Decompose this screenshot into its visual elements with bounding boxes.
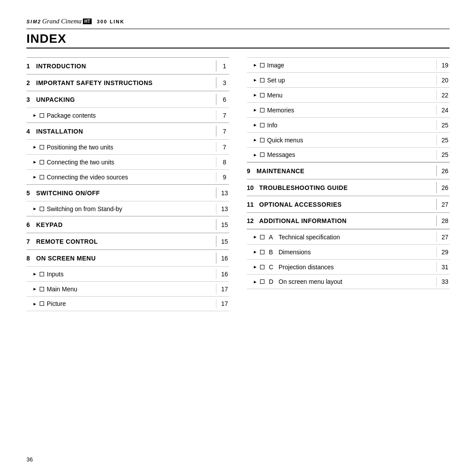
toc-sub-package-contents: ► Package contents 7 xyxy=(26,108,229,123)
toc-page-4: 7 xyxy=(216,126,229,137)
toc-page-6: 15 xyxy=(216,219,229,230)
toc-page-11: 27 xyxy=(436,199,450,210)
arrow-icon: ► xyxy=(253,63,260,67)
toc-item-8: 8 ON SCREEN MENU 16 xyxy=(26,249,229,266)
sub-box xyxy=(40,160,44,164)
toc-item-10: 10 TROUBLESHOOTING GUIDE 26 xyxy=(247,179,450,196)
toc-appendix-label-c: Projection distances xyxy=(279,264,436,271)
sub-box xyxy=(260,78,264,82)
toc-label-1: INTRODUCTION xyxy=(36,63,216,70)
toc-sub-main-menu: ► Main Menu 17 xyxy=(26,281,229,296)
toc-label-12: ADDITIONAL INFORMATION xyxy=(259,217,436,224)
toc-num-2: 2 xyxy=(26,79,36,86)
sub-box xyxy=(40,272,44,276)
toc-sub-label-main-menu: Main Menu xyxy=(47,286,216,293)
toc-sub-page-inputs: 16 xyxy=(216,269,229,279)
toc-sub-info: ► Info 25 xyxy=(247,117,450,132)
toc-sub-label-memories: Memories xyxy=(267,107,436,114)
toc-sub-page-setup: 20 xyxy=(436,75,450,85)
arrow-icon: ► xyxy=(253,93,260,97)
toc-page-2: 3 xyxy=(216,77,229,88)
appendix-letter-a: A xyxy=(269,234,279,241)
toc-page-10: 26 xyxy=(436,182,450,193)
arrow-icon: ► xyxy=(33,175,40,179)
toc-sub-label-standby: Switching on from Stand-by xyxy=(47,205,216,212)
toc-num-1: 1 xyxy=(26,63,36,70)
toc-sub-image: ► Image 19 xyxy=(247,57,450,72)
toc-sub-standby: ► Switching on from Stand-by 13 xyxy=(26,201,229,216)
sub-box xyxy=(260,279,264,284)
arrow-icon: ► xyxy=(33,286,40,291)
toc-sub-label-messages: Messages xyxy=(267,151,436,158)
toc-sub-label-positioning: Positioning the two units xyxy=(47,144,216,151)
toc-sub-label-quick-menus: Quick menus xyxy=(267,137,436,144)
sub-box xyxy=(260,63,264,67)
arrow-icon: ► xyxy=(253,138,260,142)
arrow-icon: ► xyxy=(33,301,40,306)
toc-item-11: 11 OPTIONAL ACCESSORIES 27 xyxy=(247,196,450,212)
toc-label-10: TROUBLESHOOTING GUIDE xyxy=(259,184,436,191)
toc-page-9: 26 xyxy=(436,165,450,176)
toc-item-4: 4 INSTALLATION 7 xyxy=(26,123,229,139)
toc-sub-label-package: Package contents xyxy=(47,112,216,119)
arrow-icon: ► xyxy=(253,279,260,284)
sub-box xyxy=(40,287,44,291)
toc-label-9: MAINTENANCE xyxy=(257,167,436,175)
sub-box xyxy=(40,113,44,118)
toc-appendix-c: ► C Projection distances 31 xyxy=(247,259,450,274)
toc-item-3: 3 UNPACKING 6 xyxy=(26,91,229,108)
toc-sub-setup: ► Set up 20 xyxy=(247,72,450,87)
toc-label-5: SWITCHING ON/OFF xyxy=(36,190,216,197)
arrow-icon: ► xyxy=(253,249,260,254)
toc-sub-label-inputs: Inputs xyxy=(47,271,216,278)
toc-sub-page-positioning: 7 xyxy=(216,142,229,152)
toc-sub-label-info: Info xyxy=(267,122,436,129)
toc-page-5: 13 xyxy=(216,187,229,198)
toc-appendix-page-b: 29 xyxy=(436,247,450,257)
toc-appendix-d: ► D On screen menu layout 33 xyxy=(247,274,450,289)
sub-box xyxy=(260,235,264,239)
arrow-icon: ► xyxy=(33,145,40,149)
toc-sub-label-picture: Picture xyxy=(47,300,216,307)
toc-appendix-page-c: 31 xyxy=(436,262,450,272)
sub-box xyxy=(260,250,264,254)
toc-sub-label-connecting-two: Connecting the two units xyxy=(47,159,216,166)
toc-appendix-label-b: Dimensions xyxy=(279,249,436,256)
sub-box xyxy=(260,138,264,142)
toc-sub-page-picture: 17 xyxy=(216,299,229,309)
arrow-icon: ► xyxy=(33,160,40,164)
toc-item-2: 2 IMPORTANT SAFETY INSTRUCTIONS 3 xyxy=(26,74,229,91)
toc-sub-page-main-menu: 17 xyxy=(216,284,229,294)
toc-sub-page-messages: 25 xyxy=(436,150,450,160)
arrow-icon: ► xyxy=(33,113,40,118)
page-number: 36 xyxy=(26,456,33,463)
toc-sub-quick-menus: ► Quick menus 25 xyxy=(247,132,450,147)
divider-thick xyxy=(26,48,450,48)
column-right: ► Image 19 ► Set up 20 ► Menu 22 ► Memor… xyxy=(238,57,450,311)
sub-box xyxy=(260,108,264,112)
toc-appendix-label-a: Technical specification xyxy=(279,234,436,241)
sub-box xyxy=(260,93,264,97)
page: SIM2 Grand Cinema HT 300 LINK INDEX 1 IN… xyxy=(0,0,476,476)
toc-sub-menu: ► Menu 22 xyxy=(247,87,450,102)
toc-num-9: 9 xyxy=(247,167,257,175)
arrow-icon: ► xyxy=(253,108,260,112)
toc-page-12: 28 xyxy=(436,216,450,226)
toc-sub-page-connecting-two: 8 xyxy=(216,157,229,167)
sub-box xyxy=(40,301,44,306)
toc-sub-label-image: Image xyxy=(267,62,436,69)
divider-top xyxy=(26,29,450,29)
sub-box xyxy=(260,265,264,269)
toc-num-8: 8 xyxy=(26,255,36,262)
toc-sub-page-menu: 22 xyxy=(436,90,450,100)
arrow-icon: ► xyxy=(253,152,260,157)
toc-num-6: 6 xyxy=(26,221,36,228)
toc-label-11: OPTIONAL ACCESSORIES xyxy=(259,201,436,208)
toc-page-3: 6 xyxy=(216,94,229,105)
toc-sub-page-quick-menus: 25 xyxy=(436,135,450,145)
appendix-letter-c: C xyxy=(269,264,279,271)
toc-sub-inputs: ► Inputs 16 xyxy=(26,266,229,281)
toc-appendix-b: ► B Dimensions 29 xyxy=(247,244,450,259)
sub-box xyxy=(40,145,44,149)
arrow-icon: ► xyxy=(253,234,260,239)
